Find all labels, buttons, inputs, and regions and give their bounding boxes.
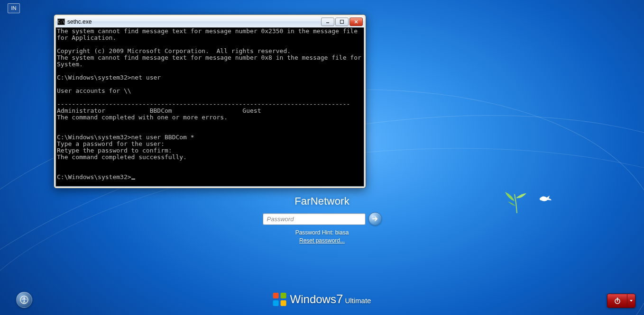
login-panel: FarNetwork Password Hint: biasa Reset pa… — [251, 195, 393, 244]
password-hint: Password Hint: biasa — [251, 229, 393, 236]
submit-button[interactable] — [368, 212, 382, 225]
bg-bird-decoration — [538, 193, 552, 206]
reset-password-link[interactable]: Reset password... — [299, 237, 345, 244]
windows-branding: Windows7Ultimate — [273, 292, 371, 306]
power-menu-button[interactable] — [627, 294, 635, 308]
bg-leaf-decoration — [500, 185, 534, 220]
cmd-output[interactable]: The system cannot find message text for … — [55, 27, 364, 187]
maximize-button[interactable] — [335, 18, 349, 26]
power-button[interactable] — [607, 294, 627, 308]
svg-point-5 — [24, 297, 25, 299]
minimize-button[interactable] — [321, 18, 334, 26]
cmd-icon: C:\ — [57, 18, 65, 25]
windows-logo-icon — [273, 293, 286, 306]
cmd-window: C:\ sethc.exe The system cannot find mes… — [54, 14, 366, 189]
language-indicator[interactable]: IN — [8, 3, 20, 13]
cmd-titlebar[interactable]: C:\ sethc.exe — [55, 16, 364, 27]
close-button[interactable] — [350, 18, 363, 26]
password-input[interactable] — [263, 213, 366, 225]
svg-rect-1 — [340, 20, 344, 24]
username-label: FarNetwork — [251, 195, 393, 207]
brand-text: Windows7Ultimate — [290, 292, 371, 306]
power-button-group — [607, 294, 635, 308]
cmd-title-text: sethc.exe — [67, 18, 321, 25]
ease-of-access-button[interactable] — [16, 292, 32, 308]
